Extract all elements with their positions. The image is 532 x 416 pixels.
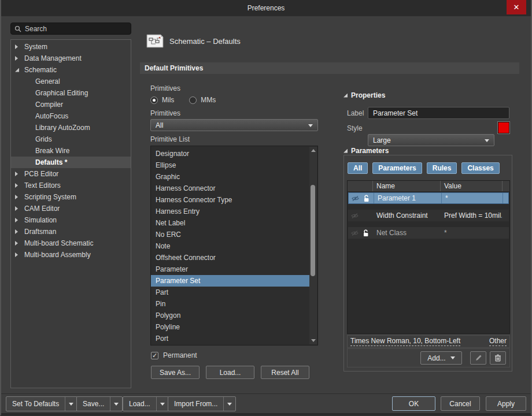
sidebar-tree-item[interactable]: PCB Editor	[11, 168, 131, 180]
primitive-list-item[interactable]: Parameter	[151, 263, 309, 275]
tree-expand-icon[interactable]	[15, 229, 24, 234]
header-name-column: Name	[372, 181, 440, 191]
primitive-list-item[interactable]: Graphic	[151, 171, 309, 183]
parameter-row[interactable]: Width Constraint Pref Width = 10mil...	[348, 210, 509, 221]
primitive-list-item[interactable]: No ERC	[151, 229, 309, 240]
sidebar-tree-item[interactable]: System	[11, 41, 131, 53]
footer-load-button[interactable]: Load...	[123, 397, 156, 411]
parameter-name: Width Constraint	[373, 210, 441, 221]
primitive-list-item[interactable]: Polyline	[151, 321, 309, 333]
primitive-list-item[interactable]: Note	[151, 240, 309, 252]
scrollbar-thumb[interactable]	[311, 185, 315, 276]
set-to-defaults-button[interactable]: Set To Defaults	[6, 397, 65, 411]
tree-expand-icon[interactable]	[15, 195, 24, 199]
primitive-list-item[interactable]: Port	[151, 333, 309, 344]
primitive-list-scrollbar[interactable]	[309, 147, 317, 344]
other-link[interactable]: Other	[489, 337, 507, 346]
sidebar-tree-item[interactable]: Multi-board Assembly	[11, 249, 131, 261]
parameters-filter-button[interactable]: Rules	[427, 162, 457, 174]
row-icon-cell	[348, 227, 373, 239]
load-button[interactable]: Load...	[206, 366, 254, 379]
primitive-list-item[interactable]: Harness Connector	[151, 183, 309, 194]
sidebar-tree-item[interactable]: Schematic	[11, 64, 131, 76]
tree-expand-icon[interactable]	[15, 218, 24, 222]
primitives-filter-dropdown[interactable]: All	[150, 119, 318, 131]
tree-item-label: Schematic	[24, 66, 57, 74]
sidebar-tree-item[interactable]: CAM Editor	[11, 203, 131, 214]
tree-item-label: Compiler	[35, 101, 63, 109]
search-placeholder: Search	[25, 25, 47, 33]
edit-button[interactable]	[470, 351, 486, 365]
primitive-list-item[interactable]: Pin	[151, 298, 309, 310]
section-header-default-primitives: Default Primitives	[140, 62, 519, 74]
sidebar-tree-item[interactable]: Defaults *	[11, 157, 131, 168]
primitive-list-item[interactable]: Part	[151, 287, 309, 298]
close-button[interactable]: ✕	[507, 0, 526, 14]
reset-all-button[interactable]: Reset All	[261, 366, 309, 379]
sidebar-tree-item[interactable]: Multi-board Schematic	[11, 237, 131, 249]
primitive-list-item[interactable]: Net Label	[151, 217, 309, 229]
font-link[interactable]: Times New Roman, 10, Bottom-Left	[350, 337, 460, 346]
save-menu-arrow[interactable]	[110, 397, 122, 411]
sidebar-tree-item[interactable]: Scripting System	[11, 191, 131, 203]
style-dropdown[interactable]: Large	[368, 134, 494, 146]
label-input[interactable]: Parameter Set	[368, 107, 509, 119]
page-title: Schematic – Defaults	[169, 37, 241, 46]
sidebar-tree-item[interactable]: Simulation	[11, 214, 131, 226]
sidebar-tree-item[interactable]: Draftsman	[11, 226, 131, 237]
primitive-list-item[interactable]: Harness Entry	[151, 206, 309, 217]
sidebar-tree-item[interactable]: Graphical Editing	[11, 87, 131, 99]
add-button[interactable]: Add...	[420, 351, 462, 365]
parameters-filter-button[interactable]: All	[348, 162, 368, 174]
search-input[interactable]: Search	[10, 23, 131, 35]
delete-button[interactable]	[490, 351, 506, 365]
import-from-button[interactable]: Import From...	[168, 397, 223, 411]
sidebar-tree-item[interactable]: Compiler	[11, 99, 131, 110]
properties-section-header[interactable]: Properties	[343, 91, 385, 99]
parameter-row[interactable]: Parameter 1 *	[348, 192, 509, 204]
sidebar-tree-item[interactable]: AutoFocus	[11, 110, 131, 122]
scroll-down-icon[interactable]	[309, 337, 317, 344]
ok-button[interactable]: OK	[392, 396, 435, 411]
primitive-list-item[interactable]: Parameter Set	[151, 275, 309, 287]
tree-expand-icon[interactable]	[15, 183, 24, 188]
tree-item-label: System	[24, 43, 47, 51]
parameters-filter-button[interactable]: Classes	[461, 162, 499, 174]
load-menu-arrow[interactable]	[156, 397, 168, 411]
permanent-checkbox[interactable]: ✓ Permanent	[151, 351, 197, 359]
tree-item-label: PCB Editor	[24, 170, 58, 178]
primitive-list-item[interactable]: Offsheet Connector	[151, 252, 309, 263]
cancel-button[interactable]: Cancel	[441, 396, 480, 411]
primitive-list-item[interactable]: Harness Connector Type	[151, 194, 309, 206]
style-color-swatch[interactable]	[498, 122, 509, 133]
tree-expand-icon[interactable]	[15, 172, 24, 176]
tree-item-label: Graphical Editing	[35, 89, 88, 97]
primitive-list-item[interactable]: Ellipse	[151, 159, 309, 171]
sidebar-tree-item[interactable]: General	[11, 76, 131, 87]
tree-expand-icon[interactable]	[15, 44, 24, 49]
tree-expand-icon[interactable]	[15, 206, 24, 211]
chevron-down-icon	[308, 124, 313, 127]
parameter-row[interactable]: Net Class *	[348, 227, 509, 239]
sidebar-tree-item[interactable]: Data Management	[11, 53, 131, 64]
tree-expand-icon[interactable]	[15, 241, 24, 246]
tree-expand-icon[interactable]	[15, 252, 24, 257]
parameters-filter-button[interactable]: Parameters	[372, 162, 422, 174]
primitive-list-item[interactable]: Polygon	[151, 310, 309, 321]
radio-mms[interactable]: MMs	[189, 96, 216, 104]
parameters-section-header[interactable]: Parameters	[343, 147, 389, 155]
apply-button[interactable]: Apply	[486, 396, 526, 411]
footer-save-button[interactable]: Save...	[77, 397, 110, 411]
primitive-list-item[interactable]: Designator	[151, 148, 309, 159]
sidebar-tree-item[interactable]: Grids	[11, 133, 131, 145]
save-as-button[interactable]: Save As...	[151, 366, 200, 379]
sidebar-tree-item[interactable]: Break Wire	[11, 145, 131, 157]
sidebar-tree-item[interactable]: Text Editors	[11, 180, 131, 191]
set-to-defaults-menu-arrow[interactable]	[65, 397, 77, 411]
tree-expand-icon[interactable]	[15, 56, 24, 61]
sidebar-tree-item[interactable]: Library AutoZoom	[11, 122, 131, 133]
tree-expand-icon[interactable]	[15, 68, 24, 72]
radio-mils[interactable]: Mils	[150, 96, 174, 104]
scroll-up-icon[interactable]	[309, 147, 317, 154]
import-from-menu-arrow[interactable]	[223, 397, 235, 411]
